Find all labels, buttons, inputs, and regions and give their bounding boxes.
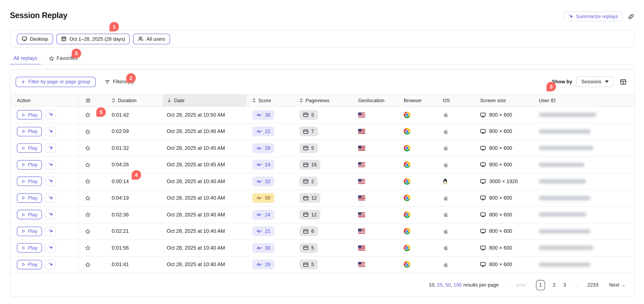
play-button[interactable]: Play <box>17 110 42 120</box>
summarize-row-button[interactable] <box>45 226 56 236</box>
page-size-option[interactable]: 50 <box>445 282 451 288</box>
summarize-row-button[interactable] <box>45 177 56 186</box>
page-size-option[interactable]: 100 <box>454 282 462 288</box>
column-settings-button[interactable] <box>620 78 626 85</box>
geolocation-cell <box>353 206 398 223</box>
tab-all-replays[interactable]: All replays <box>10 52 41 64</box>
table-row: Play 0:01:32 Oct 28, 2025 at 10:45 AM 29… <box>10 140 634 157</box>
play-button[interactable]: Play <box>17 127 42 136</box>
screen-size-cell: 800 × 600 <box>475 190 534 206</box>
chrome-icon <box>404 228 410 234</box>
summarize-row-button[interactable] <box>45 127 56 136</box>
date-cell: Oct 28, 2025 at 10:40 AM <box>162 173 247 190</box>
play-button[interactable]: Play <box>17 243 42 252</box>
summarize-row-button[interactable] <box>45 260 56 269</box>
screen-size-cell: 800 × 600 <box>475 140 534 157</box>
summarize-row-button[interactable] <box>45 160 56 170</box>
date-cell: Oct 28, 2025 at 10:45 AM <box>162 140 247 157</box>
favorite-star-icon[interactable] <box>85 162 90 168</box>
geolocation-cell <box>353 107 398 124</box>
play-button[interactable]: Play <box>17 177 42 186</box>
us-flag-icon <box>358 162 365 167</box>
screen-size-cell: 3000 × 1920 <box>475 173 534 190</box>
play-button[interactable]: Play <box>17 193 42 203</box>
next-page-button[interactable]: Next → <box>609 282 626 288</box>
play-icon <box>22 163 26 167</box>
favorite-star-icon[interactable] <box>85 212 90 218</box>
date-cell: Oct 28, 2025 at 10:45 AM <box>162 157 247 174</box>
column-header-duration[interactable]: Duration <box>97 94 162 107</box>
monitor-icon <box>480 195 486 201</box>
browser-cell <box>398 157 438 174</box>
browser-cell <box>398 206 438 223</box>
score-cell: 24 <box>247 206 294 223</box>
browser-cell <box>398 124 438 140</box>
prev-page-button[interactable]: ← prev <box>510 282 526 288</box>
favorite-star-icon[interactable] <box>85 262 90 267</box>
pageviews-cell: 12 <box>294 190 353 206</box>
score-badge: 29 <box>252 260 274 270</box>
activity-icon <box>256 179 262 184</box>
page-number[interactable]: 2 <box>553 282 556 288</box>
column-header-score[interactable]: Score <box>247 94 294 107</box>
page-number[interactable]: 3 <box>563 282 566 288</box>
favorite-star-icon[interactable] <box>85 146 90 151</box>
table-row: Play 0:02:09 Oct 28, 2025 at 10:46 AM 22… <box>10 124 634 140</box>
arrow-down-icon <box>167 98 172 103</box>
page-size-option[interactable]: 25 <box>437 282 442 288</box>
users-filter-button[interactable]: All users <box>133 34 170 44</box>
chrome-icon <box>404 178 410 185</box>
user-id-cell <box>534 140 634 157</box>
date-range-button[interactable]: Oct 1–28, 2025 (28 days) <box>56 34 130 44</box>
play-icon <box>22 196 26 200</box>
annotation-badge-2: 2 <box>126 73 136 83</box>
summarize-row-button[interactable] <box>45 243 56 252</box>
pageviews-cell: 12 <box>294 206 353 223</box>
favorite-star-icon[interactable] <box>85 195 90 201</box>
column-header-user-id: User ID <box>534 94 634 107</box>
favorite-star-icon[interactable] <box>85 245 90 251</box>
monitor-icon <box>480 245 486 251</box>
favorite-star-icon[interactable] <box>85 129 90 134</box>
plus-icon <box>21 80 26 84</box>
summarize-replays-button[interactable]: Summarize replays <box>564 12 622 22</box>
favorite-star-icon[interactable] <box>85 178 90 184</box>
copy-link-button[interactable] <box>628 13 634 20</box>
us-flag-icon <box>358 129 365 134</box>
user-id-cell <box>534 124 634 140</box>
summarize-row-button[interactable] <box>45 143 56 153</box>
favorite-cell <box>78 206 97 223</box>
pageviews-badge: 12 <box>299 193 320 203</box>
summarize-row-button[interactable] <box>45 193 56 203</box>
favorite-star-icon[interactable] <box>85 112 90 118</box>
os-cell <box>438 173 475 190</box>
play-icon <box>22 113 26 117</box>
current-page[interactable]: 1 <box>536 280 545 290</box>
device-filter-button[interactable]: Desktop <box>17 34 53 44</box>
show-by-select[interactable]: Sessions <box>576 76 614 87</box>
browser-window-icon <box>303 212 308 218</box>
play-button[interactable]: Play <box>17 260 42 269</box>
column-header-favorite[interactable] <box>78 94 97 107</box>
last-page-number[interactable]: 2233 <box>588 282 598 288</box>
summarize-row-button[interactable] <box>45 210 56 220</box>
favorite-star-icon[interactable] <box>85 228 90 234</box>
play-button[interactable]: Play <box>17 160 42 170</box>
play-button[interactable]: Play <box>17 210 42 220</box>
us-flag-icon <box>358 179 365 184</box>
chevron-down-icon <box>605 80 609 83</box>
monitor-icon <box>480 145 486 151</box>
page-size-active[interactable]: 10 <box>429 282 434 288</box>
score-cell: 32 <box>247 173 294 190</box>
play-button[interactable]: Play <box>17 143 42 153</box>
pageviews-cell: 16 <box>294 157 353 174</box>
browser-cell <box>398 173 438 190</box>
date-cell: Oct 28, 2025 at 10:40 AM <box>162 190 247 206</box>
browser-window-icon <box>303 262 308 267</box>
column-header-pageviews[interactable]: Pageviews <box>294 94 353 107</box>
pageviews-cell: 6 <box>294 223 353 240</box>
filter-by-page-button[interactable]: Filter by page or page group <box>16 76 96 87</box>
summarize-row-button[interactable] <box>45 110 56 120</box>
column-header-date[interactable]: Date <box>162 94 247 107</box>
play-button[interactable]: Play <box>17 226 42 236</box>
